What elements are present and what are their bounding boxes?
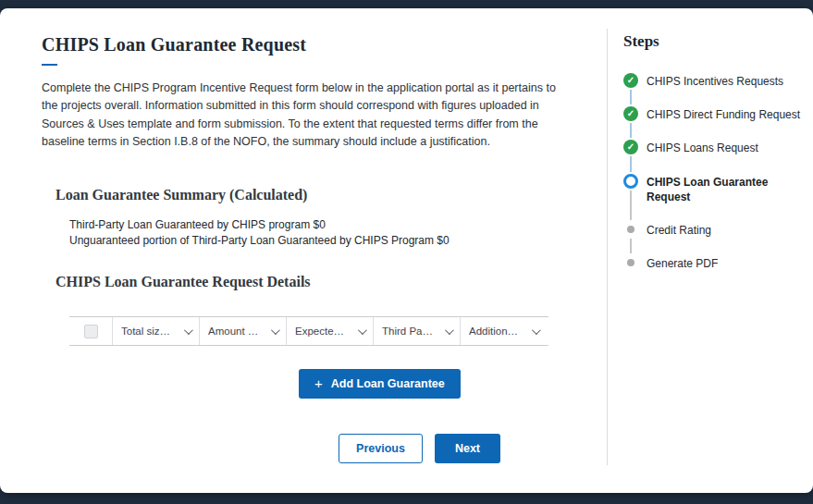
steps-panel: Steps ✓ CHIPS Incentives Requests ✓ CHIP… xyxy=(608,8,813,493)
step-chips-direct-funding-request[interactable]: ✓ CHIPS Direct Funding Request xyxy=(623,106,804,140)
column-label: Total siz… xyxy=(121,326,170,337)
details-heading: CHIPS Loan Guarantee Request Details xyxy=(55,274,565,290)
column-label: Addition… xyxy=(469,326,518,337)
step-complete-icon: ✓ xyxy=(623,106,638,121)
column-header-additional[interactable]: Addition… xyxy=(460,317,547,345)
loan-guarantee-table-header: Total siz… Amount … Expecte… Third Pa… xyxy=(69,316,548,346)
step-label: CHIPS Incentives Requests xyxy=(647,73,783,89)
column-label: Third Pa… xyxy=(382,326,433,337)
title-accent xyxy=(42,64,57,66)
chips-request-modal: CHIPS Loan Guarantee Request Complete th… xyxy=(0,8,813,493)
column-header-total-size[interactable]: Total siz… xyxy=(112,317,199,345)
chevron-down-icon[interactable] xyxy=(271,326,280,335)
next-button[interactable]: Next xyxy=(435,434,500,463)
step-generate-pdf[interactable]: Generate PDF xyxy=(623,255,804,289)
form-description: Complete the CHIPS Program Incentive Req… xyxy=(42,80,565,152)
step-chips-loans-request[interactable]: ✓ CHIPS Loans Request xyxy=(623,140,804,173)
column-header-expected[interactable]: Expecte… xyxy=(286,317,373,345)
column-label: Expecte… xyxy=(295,326,344,337)
summary-heading: Loan Guarantee Summary (Calculated) xyxy=(55,187,565,203)
add-button-label: Add Loan Guarantee xyxy=(331,377,445,390)
page-title: CHIPS Loan Guarantee Request xyxy=(42,34,565,55)
checkbox-cell xyxy=(69,317,112,345)
step-upcoming-icon xyxy=(623,222,638,237)
step-complete-icon: ✓ xyxy=(623,73,638,88)
plus-icon: + xyxy=(314,379,323,388)
chevron-down-icon[interactable] xyxy=(532,326,541,335)
request-details-section: CHIPS Loan Guarantee Request Details Tot… xyxy=(55,274,565,399)
select-all-checkbox[interactable] xyxy=(84,325,98,338)
chevron-down-icon[interactable] xyxy=(184,326,193,335)
column-label: Amount … xyxy=(208,326,258,337)
step-label: Credit Rating xyxy=(647,222,711,238)
step-current-icon xyxy=(623,174,638,189)
summary-line-unguaranteed: Unguaranteed portion of Third-Party Loan… xyxy=(69,233,565,249)
step-label: CHIPS Direct Funding Request xyxy=(647,106,800,122)
step-complete-icon: ✓ xyxy=(623,140,638,154)
column-header-third-party[interactable]: Third Pa… xyxy=(373,317,460,345)
loan-guarantee-summary-section: Loan Guarantee Summary (Calculated) Thir… xyxy=(55,187,565,250)
step-chips-incentives-requests[interactable]: ✓ CHIPS Incentives Requests xyxy=(623,73,804,106)
step-label: CHIPS Loan Guarantee Request xyxy=(647,174,802,204)
details-body: Total siz… Amount … Expecte… Third Pa… xyxy=(69,316,565,399)
chevron-down-icon[interactable] xyxy=(445,326,454,335)
add-loan-guarantee-button[interactable]: + Add Loan Guarantee xyxy=(299,369,461,399)
previous-button[interactable]: Previous xyxy=(339,434,423,463)
footer-actions: Previous Next xyxy=(42,434,500,463)
main-content: CHIPS Loan Guarantee Request Complete th… xyxy=(0,8,607,493)
steps-heading: Steps xyxy=(623,32,804,51)
chevron-down-icon[interactable] xyxy=(358,326,367,335)
steps-list: ✓ CHIPS Incentives Requests ✓ CHIPS Dire… xyxy=(623,73,804,289)
step-chips-loan-guarantee-request[interactable]: CHIPS Loan Guarantee Request xyxy=(623,174,804,222)
step-credit-rating[interactable]: Credit Rating xyxy=(623,222,804,255)
step-label: CHIPS Loans Request xyxy=(647,140,758,155)
column-header-amount[interactable]: Amount … xyxy=(199,317,286,345)
summary-lines: Third-Party Loan Guaranteed by CHIPS pro… xyxy=(69,217,565,250)
step-label: Generate PDF xyxy=(647,255,718,271)
summary-line-guaranteed: Third-Party Loan Guaranteed by CHIPS pro… xyxy=(69,217,565,233)
step-upcoming-icon xyxy=(623,255,638,270)
